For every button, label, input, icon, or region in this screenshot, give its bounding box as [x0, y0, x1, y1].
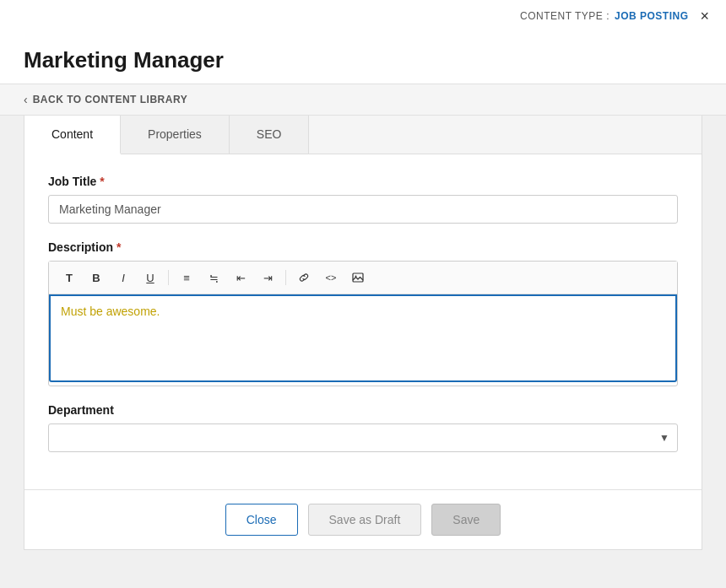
svg-rect-0: [353, 273, 363, 282]
tab-properties[interactable]: Properties: [121, 116, 230, 154]
editor-toolbar: T B I U ≡ ≒ ⇤ ⇥ <>: [49, 262, 677, 294]
job-title-input[interactable]: [48, 195, 678, 224]
toolbar-underline[interactable]: U: [138, 267, 162, 289]
toolbar-code[interactable]: <>: [319, 267, 343, 289]
department-field: Department ▼: [48, 403, 678, 452]
form-body: Job Title * Description * T B I U ≡: [24, 154, 702, 489]
required-star-title: *: [100, 175, 104, 188]
save-button[interactable]: Save: [431, 504, 501, 536]
page-title: Marketing Manager: [24, 47, 702, 73]
required-star-desc: *: [116, 240, 121, 254]
description-field: Description * T B I U ≡ ≒ ⇤ ⇥: [48, 240, 678, 386]
toolbar-outdent[interactable]: ⇤: [229, 267, 252, 289]
department-label: Department: [48, 403, 678, 417]
toolbar-indent[interactable]: ⇥: [256, 267, 279, 289]
back-nav-label: BACK TO CONTENT LIBRARY: [33, 94, 188, 105]
toolbar-list[interactable]: ≒: [202, 267, 225, 289]
job-title-label: Job Title *: [48, 175, 678, 188]
toolbar-sep-1: [168, 270, 169, 285]
department-select-wrapper: ▼: [48, 423, 678, 452]
save-draft-button[interactable]: Save as Draft: [308, 504, 422, 536]
back-nav[interactable]: ‹ BACK TO CONTENT LIBRARY: [0, 84, 726, 116]
toolbar-sep-2: [285, 270, 286, 285]
editor-container: T B I U ≡ ≒ ⇤ ⇥ <>: [48, 261, 678, 386]
job-title-field: Job Title *: [48, 175, 678, 224]
toolbar-b[interactable]: B: [84, 267, 108, 289]
main-card: Content Properties SEO Job Title * Descr…: [24, 116, 702, 550]
description-label: Description *: [48, 240, 678, 254]
tab-bar: Content Properties SEO: [24, 116, 702, 154]
toolbar-align-left[interactable]: ≡: [175, 267, 198, 289]
action-bar: Close Save as Draft Save: [24, 489, 702, 549]
description-editor[interactable]: [49, 294, 677, 382]
back-chevron-icon: ‹: [24, 93, 28, 106]
top-bar: CONTENT TYPE : JOB POSTING ×: [0, 0, 726, 32]
toolbar-link[interactable]: [292, 267, 316, 289]
toolbar-bold[interactable]: T: [57, 267, 81, 289]
close-button[interactable]: Close: [225, 504, 298, 536]
tab-content[interactable]: Content: [24, 116, 121, 154]
toolbar-image[interactable]: [346, 267, 370, 289]
toolbar-italic[interactable]: I: [111, 267, 135, 289]
content-type-value: JOB POSTING: [615, 10, 689, 22]
close-icon[interactable]: ×: [700, 8, 709, 24]
department-select[interactable]: [48, 423, 678, 452]
content-type-label: CONTENT TYPE :: [520, 10, 610, 22]
tab-seo[interactable]: SEO: [230, 116, 310, 154]
page-title-area: Marketing Manager: [0, 32, 726, 84]
